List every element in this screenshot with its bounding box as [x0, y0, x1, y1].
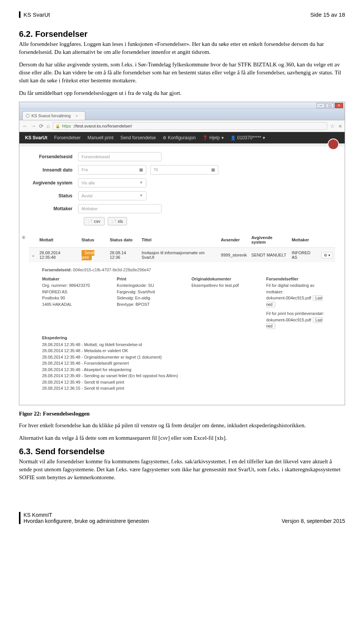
footer-subtitle: Hvordan konfigurere, bruke og administre… [24, 518, 149, 524]
th-tittel: Tittel [139, 232, 218, 248]
select-system[interactable]: Vis alle▼ [78, 178, 146, 187]
th-status: Status [79, 232, 108, 248]
nav-help[interactable]: ❓Hjelp ▾ [202, 135, 223, 140]
th-mottaker: Mottaker [289, 232, 319, 248]
star-icon[interactable]: ☆ [330, 123, 335, 129]
menu-icon[interactable]: ≡ [339, 123, 342, 129]
cell-system: SENDT MANUELT [249, 248, 289, 263]
chevron-down-icon: ▾ [328, 253, 330, 257]
nav-user[interactable]: 👤 010370***** ▾ [231, 135, 265, 140]
filter-row-dato: Innsendt dato Fra▦ Til▦ [29, 165, 335, 175]
paragraph: Dersom du har ulike avgivende system, so… [19, 61, 345, 85]
export-xls-button[interactable]: 📄xls [108, 217, 127, 225]
list-item: 28.08.2014 12:35:49 - Sending av varsel … [42, 373, 326, 379]
cell-tittel: Invitasjon til informasjonsmøte om SvarU… [139, 248, 218, 263]
chevron-down-icon: ▾ [221, 135, 224, 140]
input-forsendelsesid[interactable]: Forsendelsesid [78, 152, 162, 161]
addr-actions: ☆ ≡ [330, 123, 342, 129]
section-heading-6-2: 6.2.Forsendelser [19, 29, 345, 39]
input-mottaker[interactable]: Mottaker [78, 204, 162, 213]
chevron-down-icon: ▾ [263, 135, 265, 140]
list-item: 28.08.2014 12:35:49 - Sendt til manuell … [42, 379, 326, 386]
address-bar: ← → ⟳ ⌂ 🔒 https://test.svarut.ks.no/fors… [19, 120, 345, 132]
th-avsender: Avsender [219, 232, 249, 248]
minimize-button[interactable]: ─ [317, 103, 325, 108]
user-icon: 👤 [231, 135, 236, 140]
back-button[interactable]: ← [22, 123, 28, 129]
list-item: 28.08.2014 12:35:48 - Orginaldokumenter … [42, 354, 326, 360]
window-chrome: ─ ▢ ✕ [19, 102, 345, 109]
detail-originaldokumenter: Originaldokumenter Eksempelbrev for test… [191, 277, 251, 329]
th-system: Avgivende system [249, 232, 289, 248]
doc-title: KS SvarUt [19, 11, 50, 18]
file-icon: 📄 [88, 219, 93, 224]
status-badge: Sendt print [82, 250, 94, 260]
url-field[interactable]: 🔒 https://test.svarut.ks.no/forsendelser… [53, 122, 327, 130]
nav-manuell-print[interactable]: Manuell print [88, 135, 114, 140]
detail-print: Print Konteringskode: SU Fargevalg: Svar… [117, 277, 176, 329]
cell-avsender: 9999_storevik [219, 248, 249, 263]
nav-forsendelser[interactable]: Forsendelser [54, 135, 81, 140]
select-status[interactable]: Avvist▼ [78, 191, 146, 200]
forward-button[interactable]: → [31, 123, 36, 129]
label-system: Avgivende system [29, 180, 78, 186]
tab-close-icon[interactable]: × [75, 113, 78, 118]
paragraph: Du får umiddelbart opp forsendelseslogge… [19, 89, 345, 97]
results-table: Mottatt Status Status dato Tittel Avsend… [29, 232, 335, 262]
detail-forsendelsefiler: Forsendelsefiler Fil for digital nedlast… [266, 277, 326, 329]
logo-badge [328, 139, 339, 150]
section-title: Send forsendelse [35, 447, 105, 456]
paragraph: Alle forsendelser loggføres. Loggen kan … [19, 40, 345, 56]
browser-tab[interactable]: KS Svarut forvaltning × [22, 111, 85, 120]
nav-send-forsendelse[interactable]: Send forsendelse [120, 135, 155, 140]
th-status-dato: Status dato [108, 232, 140, 248]
paragraph: Alternativt kan du velge å få dette som … [19, 434, 345, 442]
footer-version: Versjon 8, september 2015 [282, 518, 345, 524]
home-button[interactable]: ⌂ [47, 123, 50, 129]
th-mottatt: Mottatt [37, 232, 79, 248]
label-dato: Innsendt dato [29, 167, 78, 173]
section-heading-6-3: 6.3.Send forsendelse [19, 447, 345, 456]
footer-org: KS KommIT [24, 512, 149, 518]
paragraph: For hver enkelt forsendelse kan du klikk… [19, 422, 345, 430]
screenshot-figure: ─ ▢ ✕ KS Svarut forvaltning × ← → ⟳ ⌂ 🔒 … [19, 102, 345, 405]
loading-spinner-icon [21, 234, 27, 240]
calendar-icon: ▦ [139, 167, 143, 172]
browser-tab-strip: KS Svarut forvaltning × [19, 109, 345, 120]
maximize-button[interactable]: ▢ [326, 103, 334, 108]
filter-row-system: Avgivende system Vis alle▼ [29, 178, 335, 187]
favicon-placeholder [26, 114, 30, 118]
figure-caption: Figur 22: Forsendelsesloggen [19, 411, 345, 417]
label-mottaker: Mottaker [29, 206, 78, 211]
list-item: 28.08.2014 12:35:48 - Akseptert for eksp… [42, 367, 326, 373]
input-dato-til[interactable]: Til▦ [150, 165, 218, 175]
filter-row-status: Status Avvist▼ [29, 191, 335, 200]
paragraph: Normalt vil alle forsendelser komme fra … [19, 458, 345, 482]
filter-row-id: Forsendelsesid Forsendelsesid [29, 152, 335, 161]
reload-button[interactable]: ⟳ [39, 123, 44, 129]
nav-konfigurasjon[interactable]: ⚙ Konfigurasjon [163, 135, 196, 140]
label-status: Status [29, 193, 78, 198]
list-item: 28.08.2014 12:36:15 - Sendt til manuell … [42, 385, 326, 392]
url-scheme: https [62, 124, 71, 128]
ekspedering-list: 28.08.2014 12:35:48 - Mottatt, og tildel… [42, 342, 326, 392]
list-item: 28.08.2014 12:35:48 - Mottatt, og tildel… [42, 342, 326, 348]
gear-icon: ⚙ [324, 253, 327, 257]
input-dato-fra[interactable]: Fra▦ [78, 165, 146, 175]
expand-row-toggle[interactable]: ⌄ [29, 248, 37, 263]
app-navbar: KS SvarUt Forsendelser Manuell print Sen… [19, 132, 345, 143]
close-button[interactable]: ✕ [335, 103, 343, 108]
cell-status-dato: 28.08.14 12:36 [108, 248, 140, 263]
export-csv-button[interactable]: 📄csv [84, 217, 105, 225]
forsendelseid-line: Forsendelseid: 004ec915-c1fb-4707-8e3d-2… [42, 268, 326, 272]
list-item: 28.08.2014 12:35:48 - Metadata er valide… [42, 348, 326, 354]
cell-mottatt: 28.08.2014 12:35:48 [37, 248, 79, 263]
tab-title: KS Svarut forvaltning [31, 113, 71, 118]
detail-panel: Forsendelseid: 004ec915-c1fb-4707-8e3d-2… [29, 262, 335, 395]
row-actions-button[interactable]: ⚙ ▾ [321, 252, 333, 258]
page-footer: KS KommIT Hvordan konfigurere, bruke og … [19, 512, 345, 524]
app-brand: KS SvarUt [25, 135, 47, 140]
table-row[interactable]: ⌄ 28.08.2014 12:35:48 Sendt print 28.08.… [29, 248, 335, 263]
list-item: 28.08.2014 12:35:48 - Forsendelsesfil ge… [42, 360, 326, 367]
ekspedering-heading: Ekspedering [42, 335, 326, 340]
